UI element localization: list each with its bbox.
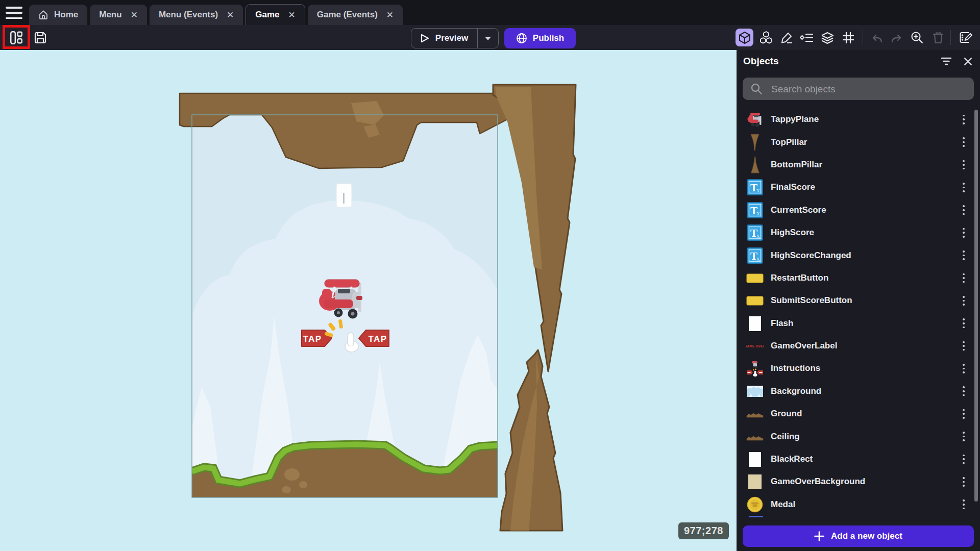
hamburger-menu-icon[interactable]: [6, 7, 22, 19]
close-tab-icon[interactable]: ✕: [288, 10, 296, 20]
object-item-menu-button[interactable]: [956, 338, 971, 354]
object-item-highscore[interactable]: TxHighScore: [737, 221, 980, 244]
object-item-menu-button[interactable]: [956, 293, 971, 308]
object-item-label: BottomPillar: [771, 160, 956, 170]
preview-button[interactable]: Preview: [411, 28, 499, 48]
gameover-text-icon: GAME OVER: [746, 337, 764, 355]
tab-game-events[interactable]: Game (Events)✕: [308, 5, 403, 25]
object-item-label: Ground: [771, 409, 956, 419]
undo-button[interactable]: [868, 29, 886, 46]
object-item-finalscore[interactable]: TxFinalScore: [737, 176, 980, 198]
save-icon[interactable]: [32, 30, 49, 46]
object-item-ceiling[interactable]: Ceiling: [737, 425, 980, 447]
object-item-menu-button[interactable]: [956, 248, 971, 263]
top-pillar-instance[interactable]: [493, 85, 576, 371]
add-new-object-label: Add a new object: [831, 531, 902, 541]
object-item-menu-button[interactable]: [956, 203, 971, 218]
search-objects-box[interactable]: [743, 78, 974, 100]
preview-dropdown-button[interactable]: [478, 29, 498, 48]
tab-menu[interactable]: Menu✕: [90, 5, 147, 25]
cube-icon: [738, 31, 751, 44]
tan-rect-icon: [746, 473, 764, 490]
toolbar-divider: [950, 30, 951, 45]
object-item-menu-button[interactable]: [956, 316, 971, 331]
zoom-in-icon: [910, 31, 924, 44]
objects-list-scrollbar[interactable]: [974, 110, 978, 502]
filter-icon: [941, 57, 952, 66]
zoom-in-button[interactable]: [908, 29, 926, 46]
object-item-gameoverbackground[interactable]: GameOverBackground: [737, 470, 980, 493]
objects-panel-header: Objects: [737, 50, 980, 72]
object-item-menu-button[interactable]: [956, 474, 971, 489]
project-manager-icon[interactable]: [8, 30, 25, 46]
object-item-gameoverlabel[interactable]: GAME OVERGameOverLabel: [737, 335, 980, 357]
object-item-highscorechanged[interactable]: TxHighScoreChanged: [737, 244, 980, 266]
svg-text:x: x: [756, 232, 760, 239]
object-item-blackrect[interactable]: BlackRect: [737, 448, 980, 470]
layers-button[interactable]: [818, 29, 836, 46]
object-item-menu-button[interactable]: [956, 452, 971, 467]
background-sprite-icon: [746, 383, 764, 400]
object-item-background[interactable]: Background: [737, 380, 980, 403]
delete-button[interactable]: [929, 29, 947, 46]
object-item-menu-button[interactable]: [956, 406, 971, 421]
object-item-menu-button[interactable]: [956, 497, 971, 512]
close-icon: [964, 57, 972, 66]
tab-menu-events[interactable]: Menu (Events)✕: [150, 5, 243, 25]
tab-label: Home: [54, 10, 78, 20]
object-item-menu-button[interactable]: [956, 112, 971, 127]
object-item-ground[interactable]: Ground: [737, 403, 980, 425]
object-item-bottompillar[interactable]: BottomPillar: [737, 154, 980, 176]
object-item-menu-button[interactable]: [956, 157, 971, 172]
object-item-menu-button[interactable]: [956, 180, 971, 195]
toolbar-divider: [863, 30, 863, 45]
search-objects-input[interactable]: [770, 78, 966, 101]
grid-button[interactable]: [839, 29, 857, 46]
object-item-tappyplane[interactable]: TappyPlane: [737, 108, 980, 131]
object-groups-button[interactable]: [757, 29, 775, 46]
objects-editor-button[interactable]: [736, 29, 753, 46]
pencil-icon: [780, 31, 794, 44]
edit-events-button[interactable]: [956, 29, 974, 46]
object-item-menu-button[interactable]: [956, 361, 971, 376]
object-item-menu-button[interactable]: [956, 270, 971, 286]
close-tab-icon[interactable]: ✕: [131, 10, 138, 20]
redo-icon: [889, 31, 903, 44]
object-item-menu-button[interactable]: [956, 135, 971, 150]
object-item-submitscorebutton[interactable]: SubmitScoreButton: [737, 289, 980, 312]
add-new-object-button[interactable]: Add a new object: [743, 525, 974, 547]
tab-label: Game: [255, 10, 279, 20]
object-item-label: BlackRect: [771, 454, 956, 464]
bottom-pillar-instance[interactable]: [500, 350, 562, 531]
scene-editor-canvas[interactable]: TAP TAP 977;278: [0, 50, 737, 551]
close-tab-icon[interactable]: ✕: [386, 10, 394, 20]
close-tab-icon[interactable]: ✕: [227, 10, 234, 20]
object-item-menu-button[interactable]: [956, 225, 971, 240]
tab-label: Menu (Events): [159, 10, 218, 20]
publish-label: Publish: [533, 33, 564, 43]
object-item-restartbutton[interactable]: RestartButton: [737, 267, 980, 289]
tap-right-text: TAP: [368, 334, 387, 344]
properties-button[interactable]: [778, 29, 796, 46]
object-item-instructions[interactable]: Instructions: [737, 357, 980, 380]
publish-button[interactable]: Publish: [504, 28, 576, 48]
object-item-label: Medal: [771, 499, 956, 510]
flash-instance[interactable]: [336, 184, 352, 207]
object-item-label: HighScoreChanged: [771, 251, 956, 261]
object-item-medal[interactable]: Medal: [737, 493, 980, 516]
redo-button[interactable]: [887, 29, 905, 46]
yellow-button-icon: [746, 292, 764, 309]
filter-button[interactable]: [940, 55, 952, 67]
object-item-toppillar[interactable]: TopPillar: [737, 131, 980, 153]
close-panel-button[interactable]: [962, 55, 974, 67]
object-item-menu-button[interactable]: [956, 384, 971, 399]
object-item-currentscore[interactable]: TxCurrentScore: [737, 199, 980, 221]
objects-list: TappyPlaneTopPillarBottomPillarTxFinalSc…: [737, 108, 980, 516]
instances-list-button[interactable]: [798, 29, 816, 46]
tab-home[interactable]: Home: [29, 5, 87, 25]
object-item-menu-button[interactable]: [956, 429, 971, 444]
svg-text:x: x: [756, 255, 760, 262]
object-item-flash[interactable]: Flash: [737, 312, 980, 335]
objects-panel: Objects TappyPlaneTopPillarBottomPillarT…: [737, 50, 980, 551]
tab-game[interactable]: Game✕: [246, 4, 305, 25]
